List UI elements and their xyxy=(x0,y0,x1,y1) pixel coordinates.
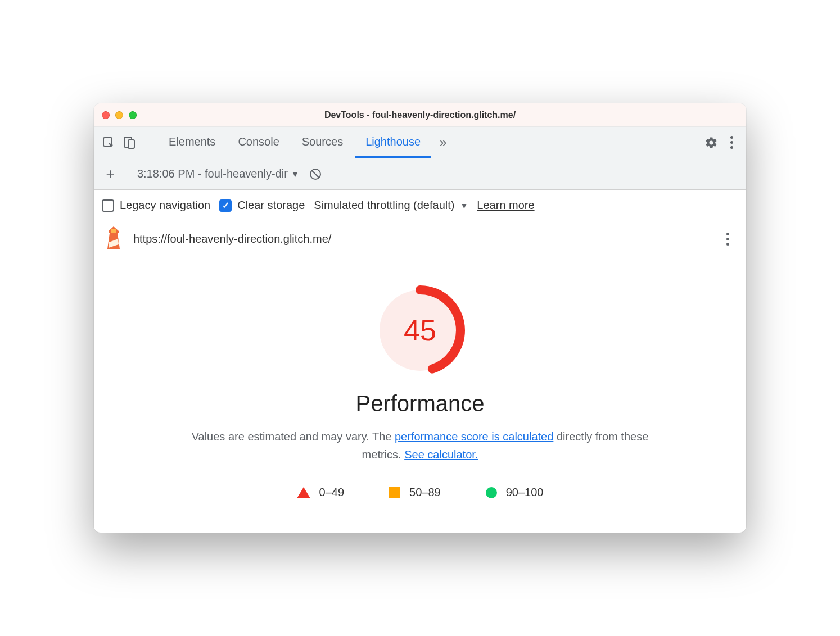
settings-gear-icon[interactable] xyxy=(702,134,720,152)
svg-line-4 xyxy=(312,171,319,178)
performance-score: 45 xyxy=(375,285,465,375)
clear-storage-checkbox[interactable]: Clear storage xyxy=(219,199,305,212)
report-menu-icon[interactable] xyxy=(719,233,736,246)
report-url: https://foul-heavenly-direction.glitch.m… xyxy=(133,233,709,246)
traffic-lights xyxy=(102,111,137,119)
performance-heading: Performance xyxy=(116,391,724,416)
legend-poor-label: 0–49 xyxy=(319,486,345,499)
close-window-button[interactable] xyxy=(102,111,110,119)
svg-rect-2 xyxy=(128,140,134,148)
lighthouse-logo-icon xyxy=(104,226,123,252)
divider xyxy=(128,166,128,182)
window-title: DevTools - foul-heavenly-direction.glitc… xyxy=(94,110,746,120)
score-calculated-link[interactable]: performance score is calculated xyxy=(395,430,553,443)
devtools-tabs: Elements Console Sources Lighthouse » xyxy=(94,127,746,158)
report-toolbar: + 3:18:06 PM - foul-heavenly-dir ▼ xyxy=(94,158,746,190)
legend-poor: 0–49 xyxy=(297,486,345,499)
legend-good-label: 90–100 xyxy=(506,486,544,499)
tabs-overflow-icon[interactable]: » xyxy=(433,135,453,150)
throttling-selector[interactable]: Simulated throttling (default) ▼ xyxy=(314,199,468,212)
legacy-navigation-checkbox[interactable]: Legacy navigation xyxy=(102,199,210,212)
legend-avg-label: 50–89 xyxy=(409,486,441,499)
report-selector[interactable]: 3:18:06 PM - foul-heavenly-dir ▼ xyxy=(137,167,299,180)
chevron-down-icon: ▼ xyxy=(460,201,468,210)
checkbox-unchecked-icon xyxy=(102,199,114,212)
circle-icon xyxy=(486,487,497,498)
legacy-navigation-label: Legacy navigation xyxy=(120,199,210,212)
performance-description: Values are estimated and may vary. The p… xyxy=(189,428,651,464)
checkbox-checked-icon xyxy=(219,199,232,212)
report-header: https://foul-heavenly-direction.glitch.m… xyxy=(94,221,746,257)
legend-good: 90–100 xyxy=(486,486,544,499)
more-menu-icon[interactable] xyxy=(722,134,740,152)
lighthouse-options: Legacy navigation Clear storage Simulate… xyxy=(94,190,746,221)
see-calculator-link[interactable]: See calculator. xyxy=(404,448,478,461)
learn-more-link[interactable]: Learn more xyxy=(477,199,534,212)
maximize-window-button[interactable] xyxy=(129,111,137,119)
clear-storage-label: Clear storage xyxy=(237,199,305,212)
clear-report-icon[interactable] xyxy=(308,167,323,181)
inspect-element-icon[interactable] xyxy=(100,134,118,152)
desc-text: Values are estimated and may vary. The xyxy=(192,430,395,443)
chevron-down-icon: ▼ xyxy=(291,170,299,179)
performance-gauge: 45 xyxy=(116,285,724,375)
minimize-window-button[interactable] xyxy=(115,111,123,119)
tab-elements[interactable]: Elements xyxy=(159,127,225,158)
legend-average: 50–89 xyxy=(389,486,441,499)
performance-report: 45 Performance Values are estimated and … xyxy=(94,257,746,533)
divider xyxy=(148,135,148,151)
square-icon xyxy=(389,487,400,498)
report-selector-label: 3:18:06 PM - foul-heavenly-dir xyxy=(137,167,288,180)
new-report-button[interactable]: + xyxy=(102,166,119,183)
device-toolbar-icon[interactable] xyxy=(120,134,138,152)
titlebar: DevTools - foul-heavenly-direction.glitc… xyxy=(94,103,746,127)
triangle-icon xyxy=(297,487,310,498)
tab-sources[interactable]: Sources xyxy=(292,127,353,158)
throttling-label: Simulated throttling (default) xyxy=(314,199,454,212)
tab-lighthouse[interactable]: Lighthouse xyxy=(355,127,431,158)
score-legend: 0–49 50–89 90–100 xyxy=(116,486,724,499)
divider xyxy=(692,135,692,151)
svg-rect-6 xyxy=(111,229,116,233)
tab-console[interactable]: Console xyxy=(228,127,289,158)
devtools-window: DevTools - foul-heavenly-direction.glitc… xyxy=(94,103,746,533)
